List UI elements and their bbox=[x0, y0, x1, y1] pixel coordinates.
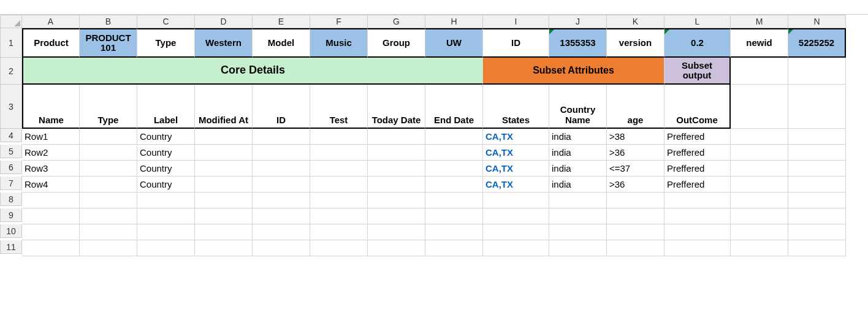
select-all-corner[interactable] bbox=[0, 15, 22, 28]
cell-subset-attributes[interactable]: Subset Attributes bbox=[483, 58, 664, 85]
cell-J6[interactable]: india bbox=[549, 161, 607, 177]
cell-H10[interactable] bbox=[425, 224, 483, 240]
cell-E8[interactable] bbox=[253, 193, 310, 208]
row-header-1[interactable]: 1 bbox=[0, 28, 22, 58]
cell-M11[interactable] bbox=[731, 240, 788, 256]
cell-H11[interactable] bbox=[425, 240, 483, 256]
cell-B11[interactable] bbox=[80, 240, 137, 256]
cell-A3[interactable]: Name bbox=[22, 85, 80, 129]
cell-C5[interactable]: Country bbox=[137, 145, 195, 161]
cell-I4[interactable]: CA,TX bbox=[483, 129, 549, 145]
col-header-L[interactable]: L bbox=[664, 15, 731, 28]
cell-L5[interactable]: Preffered bbox=[664, 145, 731, 161]
cell-H9[interactable] bbox=[425, 208, 483, 224]
cell-H6[interactable] bbox=[425, 161, 483, 177]
cell-N5[interactable] bbox=[788, 145, 846, 161]
spreadsheet-grid[interactable]: A B C D E F G H I J K L M N 1 Product PR… bbox=[0, 15, 868, 256]
col-header-A[interactable]: A bbox=[22, 15, 80, 28]
cell-K4[interactable]: >38 bbox=[607, 129, 664, 145]
cell-A10[interactable] bbox=[22, 224, 80, 240]
cell-D11[interactable] bbox=[195, 240, 253, 256]
cell-K1[interactable]: version bbox=[607, 28, 664, 58]
cell-L3[interactable]: OutCome bbox=[664, 85, 731, 129]
cell-B9[interactable] bbox=[80, 208, 137, 224]
cell-N10[interactable] bbox=[788, 224, 846, 240]
cell-F4[interactable] bbox=[310, 129, 368, 145]
row-header-4[interactable]: 4 bbox=[0, 129, 22, 142]
cell-G11[interactable] bbox=[368, 240, 425, 256]
cell-K11[interactable] bbox=[607, 240, 664, 256]
cell-A4[interactable]: Row1 bbox=[22, 129, 80, 145]
col-header-B[interactable]: B bbox=[80, 15, 137, 28]
cell-J7[interactable]: india bbox=[549, 177, 607, 193]
cell-A7[interactable]: Row4 bbox=[22, 177, 80, 193]
cell-N6[interactable] bbox=[788, 161, 846, 177]
cell-F10[interactable] bbox=[310, 224, 368, 240]
cell-I10[interactable] bbox=[483, 224, 549, 240]
col-header-H[interactable]: H bbox=[425, 15, 483, 28]
cell-F6[interactable] bbox=[310, 161, 368, 177]
cell-L10[interactable] bbox=[664, 224, 731, 240]
cell-C9[interactable] bbox=[137, 208, 195, 224]
cell-N9[interactable] bbox=[788, 208, 846, 224]
cell-M6[interactable] bbox=[731, 161, 788, 177]
cell-M1[interactable]: newid bbox=[731, 28, 788, 58]
row-header-11[interactable]: 11 bbox=[0, 240, 22, 254]
row-header-10[interactable]: 10 bbox=[0, 224, 22, 238]
cell-E11[interactable] bbox=[253, 240, 310, 256]
cell-K3[interactable]: age bbox=[607, 85, 664, 129]
cell-H1[interactable]: UW bbox=[425, 28, 483, 58]
cell-M9[interactable] bbox=[731, 208, 788, 224]
cell-L7[interactable]: Preffered bbox=[664, 177, 731, 193]
cell-G8[interactable] bbox=[368, 193, 425, 208]
col-header-E[interactable]: E bbox=[253, 15, 310, 28]
cell-H5[interactable] bbox=[425, 145, 483, 161]
cell-L9[interactable] bbox=[664, 208, 731, 224]
cell-L4[interactable]: Preffered bbox=[664, 129, 731, 145]
cell-M7[interactable] bbox=[731, 177, 788, 193]
cell-K6[interactable]: <=37 bbox=[607, 161, 664, 177]
col-header-G[interactable]: G bbox=[368, 15, 425, 28]
cell-A5[interactable]: Row2 bbox=[22, 145, 80, 161]
cell-core-details[interactable]: Core Details bbox=[22, 58, 483, 85]
cell-L11[interactable] bbox=[664, 240, 731, 256]
cell-G10[interactable] bbox=[368, 224, 425, 240]
cell-L8[interactable] bbox=[664, 193, 731, 208]
cell-G6[interactable] bbox=[368, 161, 425, 177]
cell-M3[interactable] bbox=[731, 85, 788, 129]
cell-J3[interactable]: Country Name bbox=[549, 85, 607, 129]
cell-K9[interactable] bbox=[607, 208, 664, 224]
cell-B6[interactable] bbox=[80, 161, 137, 177]
row-header-8[interactable]: 8 bbox=[0, 193, 22, 206]
cell-K10[interactable] bbox=[607, 224, 664, 240]
cell-H7[interactable] bbox=[425, 177, 483, 193]
cell-E5[interactable] bbox=[253, 145, 310, 161]
cell-J11[interactable] bbox=[549, 240, 607, 256]
cell-A9[interactable] bbox=[22, 208, 80, 224]
cell-F5[interactable] bbox=[310, 145, 368, 161]
cell-subset-output[interactable]: Subset output bbox=[664, 58, 731, 85]
col-header-J[interactable]: J bbox=[549, 15, 607, 28]
cell-I11[interactable] bbox=[483, 240, 549, 256]
formula-bar[interactable] bbox=[0, 0, 868, 15]
cell-I7[interactable]: CA,TX bbox=[483, 177, 549, 193]
row-header-9[interactable]: 9 bbox=[0, 208, 22, 222]
cell-E10[interactable] bbox=[253, 224, 310, 240]
cell-C11[interactable] bbox=[137, 240, 195, 256]
cell-J4[interactable]: india bbox=[549, 129, 607, 145]
cell-B1[interactable]: PRODUCT 101 bbox=[80, 28, 137, 58]
cell-E6[interactable] bbox=[253, 161, 310, 177]
cell-B4[interactable] bbox=[80, 129, 137, 145]
cell-D8[interactable] bbox=[195, 193, 253, 208]
cell-F9[interactable] bbox=[310, 208, 368, 224]
cell-N1[interactable]: 5225252 bbox=[788, 28, 846, 58]
cell-G9[interactable] bbox=[368, 208, 425, 224]
cell-K5[interactable]: >36 bbox=[607, 145, 664, 161]
cell-N7[interactable] bbox=[788, 177, 846, 193]
cell-H8[interactable] bbox=[425, 193, 483, 208]
cell-I3[interactable]: States bbox=[483, 85, 549, 129]
cell-E1[interactable]: Model bbox=[253, 28, 310, 58]
col-header-N[interactable]: N bbox=[788, 15, 846, 28]
col-header-C[interactable]: C bbox=[137, 15, 195, 28]
cell-M2[interactable] bbox=[731, 58, 788, 85]
